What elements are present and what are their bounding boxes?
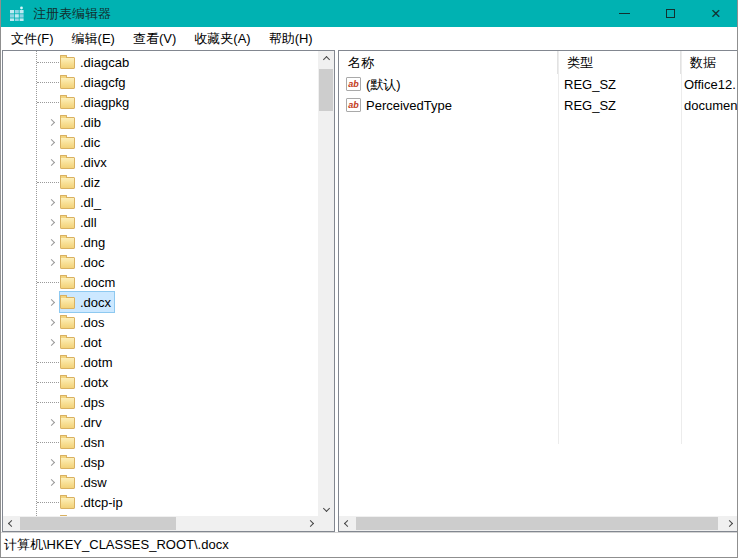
tree-item-target[interactable]: .drv (60, 412, 105, 432)
tree-item[interactable]: .dl_ (3, 192, 318, 212)
tree-item[interactable]: .dib (3, 112, 318, 132)
tree-item[interactable]: .dps (3, 392, 318, 412)
tree-item-target[interactable]: .dtcp-ip (60, 492, 126, 512)
tree-item-target[interactable]: .dsn (60, 432, 108, 452)
value-row[interactable]: ab(默认)REG_SZOffice12. (339, 74, 737, 95)
tree-item-label: .doc (80, 255, 105, 270)
tree-item[interactable]: .dsn (3, 432, 318, 452)
expand-chevron-icon[interactable] (44, 415, 58, 429)
tree-item-label: .diagpkg (80, 95, 129, 110)
menu-item[interactable]: 文件(F) (2, 27, 63, 50)
tree-item-label: .dotm (80, 355, 113, 370)
expand-chevron-icon[interactable] (44, 195, 58, 209)
tree-item[interactable]: .dotx (3, 372, 318, 392)
expand-chevron-icon[interactable] (44, 475, 58, 489)
tree-item-target[interactable]: .dps (60, 392, 108, 412)
registry-editor-window: 注册表编辑器 × 文件(F)编辑(E)查看(V)收藏夹(A)帮助(H) .dia… (0, 0, 738, 558)
tree-item-label: .dotx (80, 375, 108, 390)
tree-item[interactable]: .dot (3, 332, 318, 352)
tree-item-target[interactable]: .dot (60, 332, 105, 352)
tree-item-target[interactable]: .dng (60, 232, 108, 252)
value-name: (默认) (366, 74, 556, 95)
tree-item-target[interactable]: .docm (60, 272, 118, 292)
tree-item[interactable]: .diz (3, 172, 318, 192)
folder-icon (60, 97, 75, 109)
expand-chevron-icon[interactable] (44, 295, 58, 309)
menu-item[interactable]: 编辑(E) (63, 27, 124, 50)
tree-item-target[interactable]: .dos (60, 312, 108, 332)
value-row[interactable]: abPerceivedTypeREG_SZdocument (339, 95, 737, 116)
tree-item[interactable]: .dll (3, 212, 318, 232)
tree-item-target[interactable]: .diz (60, 172, 103, 192)
tree-item-target[interactable]: .diagcfg (60, 72, 129, 92)
tree-item-target[interactable]: .diagpkg (60, 92, 132, 112)
tree-item[interactable]: .dotm (3, 352, 318, 372)
maximize-button[interactable] (647, 0, 693, 27)
tree-item-label: .dl_ (80, 195, 101, 210)
expand-chevron-icon[interactable] (44, 315, 58, 329)
tree-item[interactable]: .diagpkg (3, 92, 318, 112)
tree-item-target[interactable]: .diagcab (60, 52, 132, 72)
menu-item[interactable]: 查看(V) (124, 27, 185, 50)
tree-vertical-scrollbar[interactable] (318, 51, 334, 516)
expand-chevron-icon[interactable] (44, 115, 58, 129)
tree-item-target[interactable]: .doc (60, 252, 108, 272)
expand-chevron-icon[interactable] (44, 455, 58, 469)
expand-chevron-icon[interactable] (44, 255, 58, 269)
tree-item-target[interactable]: .dic (60, 132, 103, 152)
expand-chevron-icon[interactable] (44, 215, 58, 229)
tree-item[interactable]: .divx (3, 152, 318, 172)
tree-item[interactable]: .diagcfg (3, 72, 318, 92)
expand-chevron-icon[interactable] (44, 335, 58, 349)
tree-item-target[interactable]: .dsp (60, 452, 108, 472)
tree-hscroll-thumb[interactable] (20, 517, 176, 530)
menu-item[interactable]: 帮助(H) (260, 27, 322, 50)
tree-horizontal-scrollbar[interactable] (3, 516, 318, 531)
tree-item-target[interactable]: .dsw (60, 472, 110, 492)
tree-item[interactable]: .diagcab (3, 52, 318, 72)
folder-icon (60, 437, 75, 449)
list-horizontal-scrollbar[interactable] (339, 516, 737, 531)
tree-item-target[interactable]: .dl_ (60, 192, 104, 212)
column-header[interactable]: 名称 (339, 51, 558, 74)
scroll-down-button[interactable] (318, 500, 334, 516)
tree-item[interactable]: .dos (3, 312, 318, 332)
scroll-left-button[interactable] (339, 516, 355, 531)
tree-item-target[interactable]: .dotm (60, 352, 116, 372)
chevron-down-icon (322, 504, 329, 511)
tree-item[interactable]: .doc (3, 252, 318, 272)
scroll-up-button[interactable] (318, 51, 334, 67)
column-header[interactable]: 类型 (558, 51, 681, 74)
scroll-left-button[interactable] (3, 516, 19, 531)
value-data: document (684, 95, 737, 116)
expand-chevron-icon[interactable] (44, 155, 58, 169)
tree-connector-line (37, 362, 61, 363)
menu-item[interactable]: 收藏夹(A) (185, 27, 259, 50)
tree-item[interactable]: .dic (3, 132, 318, 152)
tree-item[interactable]: .dsp (3, 452, 318, 472)
tree-item-target[interactable]: .divx (60, 152, 110, 172)
expand-chevron-icon[interactable] (44, 135, 58, 149)
tree-item[interactable]: .docx (3, 292, 318, 312)
folder-icon (60, 217, 75, 229)
tree-item-target[interactable]: .dll (60, 212, 100, 232)
expand-chevron-icon[interactable] (44, 235, 58, 249)
tree-item-target[interactable]: .dib (60, 112, 104, 132)
tree-item[interactable]: .docm (3, 272, 318, 292)
tree-item[interactable]: .drv (3, 412, 318, 432)
tree-item[interactable]: .dsw (3, 472, 318, 492)
tree-vscroll-thumb[interactable] (319, 69, 333, 111)
scroll-right-button[interactable] (302, 516, 318, 531)
tree-item[interactable]: .dtcp-ip (3, 492, 318, 512)
reg-sz-icon: ab (346, 98, 361, 112)
scroll-right-button[interactable] (721, 516, 737, 531)
minimize-button[interactable] (601, 0, 647, 27)
tree-item[interactable]: .dng (3, 232, 318, 252)
tree-item-target[interactable]: .dotx (60, 372, 111, 392)
tree-item-target[interactable]: .docx (60, 292, 114, 312)
column-header[interactable]: 数据 (681, 51, 737, 74)
tree-item-label: .divx (80, 155, 107, 170)
tree-view: .diagcab.diagcfg.diagpkg.dib.dic.divx.di… (3, 51, 318, 516)
close-button[interactable]: × (693, 0, 738, 27)
list-hscroll-thumb[interactable] (356, 517, 718, 530)
